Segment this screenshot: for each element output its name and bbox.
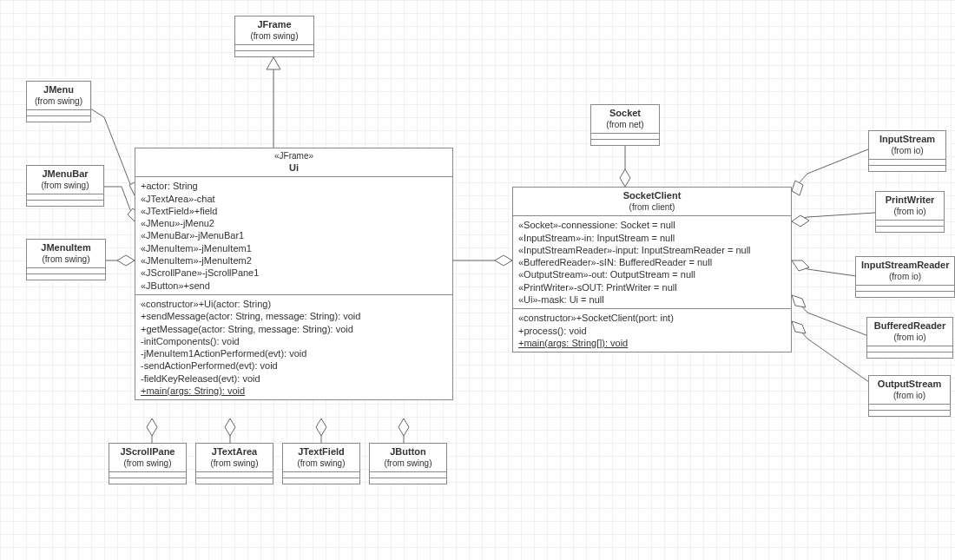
svg-marker-1 — [267, 57, 280, 69]
socketclient-attributes: «Socket»-connessione: Socket = null «Inp… — [513, 216, 791, 309]
svg-marker-7 — [316, 418, 326, 436]
attr-row: «PrintWriter»-sOUT: PrintWriter = null — [518, 281, 786, 293]
svg-marker-13 — [792, 260, 809, 271]
attr-row: «JMenuItem»-jMenuItem2 — [141, 254, 447, 267]
class-name: JFrame — [240, 19, 308, 31]
svg-marker-14 — [792, 295, 806, 307]
attr-row: «JScrollPane»-jScrollPane1 — [141, 267, 447, 279]
class-from: (from io) — [873, 333, 947, 344]
class-from: (from net) — [596, 120, 654, 131]
class-printwriter[interactable]: PrintWriter (from io) — [875, 191, 945, 233]
class-name: JButton — [375, 446, 441, 458]
class-from: (from swing) — [32, 96, 85, 108]
class-stereotype: «JFrame» — [141, 151, 447, 162]
op-row: +process(): void — [518, 325, 786, 337]
class-name: JScrollPane — [115, 446, 181, 458]
class-from: (from swing) — [240, 31, 308, 43]
attr-row: «JMenuItem»-jMenuItem1 — [141, 242, 447, 254]
svg-marker-12 — [792, 215, 809, 227]
class-name: OutputStream — [874, 379, 945, 391]
class-name: BufferedReader — [873, 320, 947, 333]
class-bufferedreader[interactable]: BufferedReader (from io) — [866, 317, 953, 359]
class-from: (from swing) — [32, 181, 98, 192]
ui-operations: «constructor»+Ui(actor: String) +sendMes… — [135, 295, 452, 399]
svg-marker-10 — [620, 169, 630, 187]
class-socket[interactable]: Socket (from net) — [590, 104, 660, 146]
class-jtextfield[interactable]: JTextField (from swing) — [282, 443, 360, 484]
attr-row: «JTextArea»-chat — [141, 193, 447, 205]
attr-row: «InputStreamReader»-input: InputStreamRe… — [518, 244, 786, 256]
class-from: (from io) — [874, 146, 940, 157]
class-jmenu[interactable]: JMenu (from swing) — [26, 81, 91, 122]
op-row: «constructor»+SocketClient(port: int) — [518, 312, 786, 324]
class-name: JTextArea — [201, 446, 267, 458]
class-from: (from swing) — [201, 458, 267, 470]
class-from: (from client) — [518, 202, 786, 214]
attr-row: «OutputStream»-out: OutputStream = null — [518, 268, 786, 280]
svg-marker-9 — [495, 255, 512, 266]
class-name: SocketClient — [518, 190, 786, 202]
class-from: (from io) — [861, 272, 949, 283]
class-name: Ui — [141, 162, 447, 175]
socketclient-operations: «constructor»+SocketClient(port: int) +p… — [513, 309, 791, 352]
class-inputstream[interactable]: InputStream (from io) — [868, 130, 946, 172]
svg-marker-15 — [792, 321, 806, 333]
class-jmenuitem[interactable]: JMenuItem (from swing) — [26, 239, 106, 280]
class-from: (from swing) — [288, 458, 354, 470]
class-jtextarea[interactable]: JTextArea (from swing) — [195, 443, 273, 484]
class-jframe[interactable]: JFrame (from swing) — [234, 16, 314, 57]
svg-marker-6 — [225, 418, 235, 436]
svg-marker-5 — [147, 418, 157, 436]
attr-row: «JMenu»-jMenu2 — [141, 217, 447, 229]
attr-row: «InputStream»-in: InputStream = null — [518, 232, 786, 244]
class-jbutton[interactable]: JButton (from swing) — [369, 443, 447, 484]
class-outputstream[interactable]: OutputStream (from io) — [868, 375, 951, 417]
class-name: JMenuBar — [32, 168, 98, 181]
class-name: JMenu — [32, 84, 85, 96]
attr-row: «Socket»-connessione: Socket = null — [518, 219, 786, 231]
svg-marker-4 — [117, 255, 135, 266]
attr-row: «JMenuBar»-jMenuBar1 — [141, 229, 447, 241]
class-from: (from swing) — [115, 458, 181, 470]
attr-row: +actor: String — [141, 180, 447, 192]
class-jmenubar[interactable]: JMenuBar (from swing) — [26, 165, 104, 207]
class-from: (from io) — [881, 207, 939, 218]
class-name: InputStreamReader — [861, 260, 949, 272]
op-row: +sendMessage(actor: String, message: Str… — [141, 310, 447, 322]
class-name: InputStream — [874, 134, 940, 146]
op-row-static: +main(args: String): void — [141, 385, 447, 397]
op-row: -jMenuItem1ActionPerformed(evt): void — [141, 347, 447, 359]
op-row: -sendActionPerformed(evt): void — [141, 359, 447, 372]
attr-row: «JButton»+send — [141, 280, 447, 292]
op-row: +getMessage(actor: String, message: Stri… — [141, 323, 447, 335]
class-ui[interactable]: «JFrame» Ui +actor: String «JTextArea»-c… — [135, 148, 453, 400]
class-name: JTextField — [288, 446, 354, 458]
op-row: -fieldKeyReleased(evt): void — [141, 372, 447, 385]
class-name: JMenuItem — [32, 242, 100, 254]
ui-attributes: +actor: String «JTextArea»-chat «JTextFi… — [135, 177, 452, 295]
svg-marker-8 — [398, 418, 409, 436]
attr-row: «BufferedReader»-sIN: BufferedReader = n… — [518, 256, 786, 268]
svg-marker-11 — [792, 181, 803, 195]
op-row-static: +main(args: String[]): void — [518, 337, 786, 349]
attr-row: «JTextField»+field — [141, 205, 447, 217]
op-row: -initComponents(): void — [141, 335, 447, 347]
class-from: (from io) — [874, 391, 945, 402]
class-jscrollpane[interactable]: JScrollPane (from swing) — [109, 443, 187, 484]
attr-row: «Ui»-mask: Ui = null — [518, 293, 786, 306]
class-from: (from swing) — [32, 254, 100, 266]
class-name: PrintWriter — [881, 194, 939, 207]
class-socketclient[interactable]: SocketClient (from client) «Socket»-conn… — [512, 187, 792, 352]
op-row: «constructor»+Ui(actor: String) — [141, 298, 447, 310]
class-from: (from swing) — [375, 458, 441, 470]
class-inputstreamreader[interactable]: InputStreamReader (from io) — [855, 256, 955, 298]
class-name: Socket — [596, 108, 654, 120]
